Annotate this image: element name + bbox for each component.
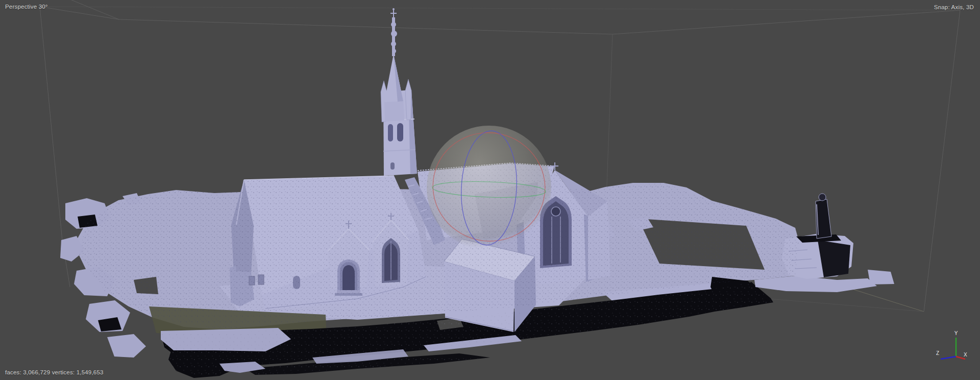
spire-finial	[390, 8, 397, 56]
snap-status-label: Snap: Axis, 3D	[934, 4, 974, 10]
spire-base	[384, 100, 404, 122]
axis-z-line	[941, 357, 956, 359]
tower-slit-window	[390, 162, 395, 170]
trackball-sphere[interactable]	[427, 126, 551, 250]
axis-x-label: X	[964, 352, 967, 358]
3d-viewport[interactable]: Y Z X Perspective 30° Snap: Axis, 3D fac…	[0, 0, 980, 380]
axis-y-label: Y	[954, 330, 958, 336]
calvary-statue-head	[819, 194, 826, 201]
bell-louvre	[388, 124, 393, 141]
axis-gizmo[interactable]: Y Z X	[936, 330, 967, 359]
projection-label: Perspective 30°	[5, 4, 48, 10]
bell-louvre	[397, 123, 403, 141]
axis-z-label: Z	[936, 350, 939, 356]
mesh-stats-label: faces: 3,066,729 vertices: 1,549,653	[5, 369, 104, 375]
